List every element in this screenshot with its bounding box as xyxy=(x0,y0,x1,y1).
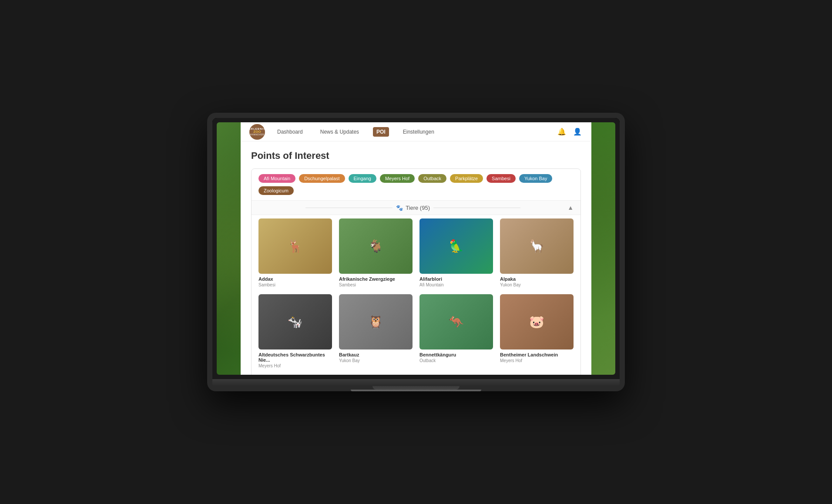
filter-meyers-hof[interactable]: Meyers Hof xyxy=(380,174,415,183)
animal-img-kenguru: 🦘 xyxy=(419,294,493,349)
animal-img-alifarblori: 🦜 xyxy=(419,218,493,274)
animal-card-schwarzbuntes[interactable]: 🐄 Altdeutsches Schwarzbuntes Nie... Meye… xyxy=(255,291,335,372)
nav-links: Dashboard News & Updates POI Einstellung… xyxy=(274,127,557,137)
animal-location-kenguru: Outback xyxy=(419,358,493,363)
animal-name-alifarblori: Alifarblori xyxy=(419,276,493,282)
filter-zoologicum[interactable]: Zoologicum xyxy=(258,186,294,195)
animal-location-zwergziege: Sambesi xyxy=(339,282,413,287)
animal-name-landschwein: Bentheimer Landschwein xyxy=(500,352,574,357)
animal-img-zwergziege: 🐐 xyxy=(339,218,413,274)
animal-card-berberlowe[interactable]: 🦁 Berberlöwe Sambesi xyxy=(255,372,335,375)
animal-card-landschwein[interactable]: 🐷 Bentheimer Landschwein Meyers Hof xyxy=(497,291,577,372)
filter-parkplatze[interactable]: Parkplätze xyxy=(450,174,483,183)
filter-eingang[interactable]: Eingang xyxy=(349,174,376,183)
laptop-foot xyxy=(351,390,481,391)
animal-name-alpaka: Alpaka xyxy=(500,276,574,282)
animal-location-schwarzbuntes: Meyers Hof xyxy=(258,363,332,368)
animal-card-blessbock[interactable]: 🦌 Blessbock Sambesi xyxy=(416,372,497,375)
section-header: 🐾 Tiere (95) ▲ xyxy=(252,201,580,215)
nav-poi[interactable]: POI xyxy=(373,127,389,137)
animal-emoji-bartkauz: 🦉 xyxy=(339,294,413,349)
animal-emoji-landschwein: 🐷 xyxy=(500,294,574,349)
page-title: Points of Interest xyxy=(251,150,581,161)
divider-right xyxy=(433,208,520,208)
animal-location-bartkauz: Yukon Bay xyxy=(339,358,413,363)
laptop-frame: ERLEBNIS ZOO HANNOVER Dashboard News & U… xyxy=(207,113,625,391)
filter-tags: Afi Mountain Dschungelpalast Eingang Mey… xyxy=(252,169,580,201)
animal-emoji-addax: 🦌 xyxy=(258,218,332,274)
filter-afi-mountain[interactable]: Afi Mountain xyxy=(258,174,295,183)
animal-img-addax: 🦌 xyxy=(258,218,332,274)
animal-emoji-alpaka: 🦙 xyxy=(500,218,574,274)
filter-dschungelpalast[interactable]: Dschungelpalast xyxy=(299,174,345,183)
filter-sambesi[interactable]: Sambesi xyxy=(486,174,516,183)
filter-container: Afi Mountain Dschungelpalast Eingang Mey… xyxy=(251,168,581,375)
animal-card-addax[interactable]: 🦌 Addax Sambesi xyxy=(255,215,335,291)
animal-img-bartkauz: 🦉 xyxy=(339,294,413,349)
screen-bezel: ERLEBNIS ZOO HANNOVER Dashboard News & U… xyxy=(212,118,620,379)
animal-card-bartkauz[interactable]: 🦉 Bartkauz Yukon Bay xyxy=(335,291,416,372)
screen-content: ERLEBNIS ZOO HANNOVER Dashboard News & U… xyxy=(217,122,615,375)
filter-yukon-bay[interactable]: Yukon Bay xyxy=(519,174,553,183)
collapse-button[interactable]: ▲ xyxy=(567,204,574,211)
section-label: Tiere (95) xyxy=(406,205,430,211)
animal-img-alpaka: 🦙 xyxy=(500,218,574,274)
main-content: Points of Interest Afi Mountain Dschunge… xyxy=(241,141,591,375)
animal-img-landschwein: 🐷 xyxy=(500,294,574,349)
animal-name-kenguru: Bennettkänguru xyxy=(419,352,493,357)
animal-card-meerkatze[interactable]: 🐒 Brazza-Meerkatze Afi Mountain xyxy=(497,372,577,375)
notification-icon[interactable]: 🔔 xyxy=(557,127,567,137)
animal-name-bartkauz: Bartkauz xyxy=(339,352,413,357)
nav-news[interactable]: News & Updates xyxy=(317,127,362,137)
nav-icons: 🔔 👤 xyxy=(557,127,583,137)
animal-img-schwarzbuntes: 🐄 xyxy=(258,294,332,349)
animal-card-alifarblori[interactable]: 🦜 Alifarblori Afi Mountain xyxy=(416,215,497,291)
logo-text-hannover: HANNOVER xyxy=(250,134,264,136)
navbar: ERLEBNIS ZOO HANNOVER Dashboard News & U… xyxy=(241,122,591,141)
user-icon[interactable]: 👤 xyxy=(572,127,583,137)
animal-card-blauracke[interactable]: 🐦 Blauracke Afi Mountain xyxy=(335,372,416,375)
animal-emoji-zwergziege: 🐐 xyxy=(339,218,413,274)
animal-card-kenguru[interactable]: 🦘 Bennettkänguru Outback xyxy=(416,291,497,372)
animal-name-schwarzbuntes: Altdeutsches Schwarzbuntes Nie... xyxy=(258,352,332,363)
animal-emoji-kenguru: 🦘 xyxy=(419,294,493,349)
animal-name-addax: Addax xyxy=(258,276,332,282)
animal-location-alifarblori: Afi Mountain xyxy=(419,282,493,287)
animal-card-zwergziege[interactable]: 🐐 Afrikanische Zwergziege Sambesi xyxy=(335,215,416,291)
section-title: 🐾 Tiere (95) xyxy=(396,205,430,211)
animal-location-addax: Sambesi xyxy=(258,282,332,287)
animal-emoji-alifarblori: 🦜 xyxy=(419,218,493,274)
laptop-screen: ERLEBNIS ZOO HANNOVER Dashboard News & U… xyxy=(212,118,620,379)
filter-outback[interactable]: Outback xyxy=(418,174,446,183)
animal-emoji-schwarzbuntes: 🐄 xyxy=(258,294,332,349)
animal-card-alpaka[interactable]: 🦙 Alpaka Yukon Bay xyxy=(497,215,577,291)
logo: ERLEBNIS ZOO HANNOVER xyxy=(249,124,265,140)
paw-icon: 🐾 xyxy=(396,205,403,211)
divider-left xyxy=(305,208,393,208)
laptop-base xyxy=(212,379,620,386)
animal-grid: 🦌 Addax Sambesi 🐐 xyxy=(252,215,580,375)
section-divider: 🐾 Tiere (95) xyxy=(258,205,567,211)
laptop-stand xyxy=(372,386,460,390)
animal-location-alpaka: Yukon Bay xyxy=(500,282,574,287)
nav-einstellungen[interactable]: Einstellungen xyxy=(399,127,438,137)
animal-name-zwergziege: Afrikanische Zwergziege xyxy=(339,276,413,282)
nav-dashboard[interactable]: Dashboard xyxy=(274,127,306,137)
animal-location-landschwein: Meyers Hof xyxy=(500,358,574,363)
browser-area: ERLEBNIS ZOO HANNOVER Dashboard News & U… xyxy=(241,122,591,375)
